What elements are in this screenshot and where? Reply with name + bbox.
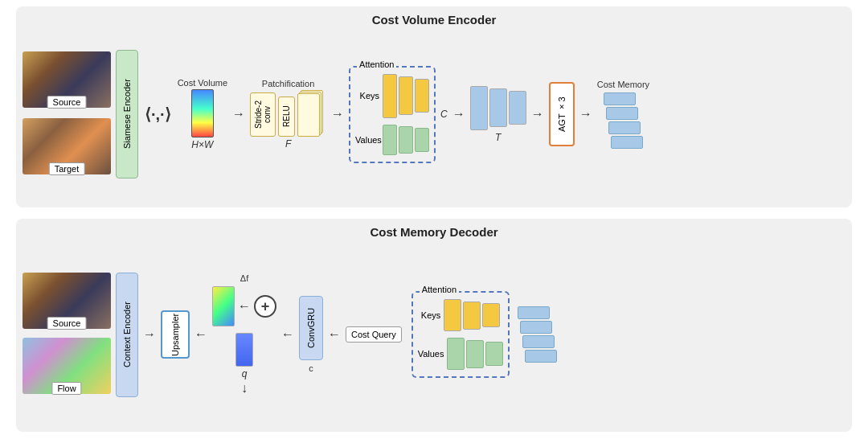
arrow-down-q: ↓ [241, 381, 248, 396]
source-label-top: Source [47, 96, 87, 109]
cost-memory-label: Cost Memory [597, 80, 649, 89]
top-section: Cost Volume Encoder Source Target Siames… [16, 6, 852, 207]
keys-feat-b3 [482, 303, 500, 327]
cost-query-area: Cost Query [346, 326, 402, 343]
arrow4: → [531, 107, 544, 121]
stride2-box: Stride-2 conv [250, 92, 276, 137]
t-label: T [495, 132, 501, 143]
arrow-b4: ← [328, 327, 341, 342]
values-feat2 [399, 126, 413, 154]
arrow-left-df: ← [238, 299, 251, 314]
q-label: q [242, 368, 248, 380]
c-area: C [440, 109, 448, 120]
delta-f-label: Δf [240, 273, 248, 283]
convgru-box: ConvGRU [299, 296, 323, 360]
cost-memory-stack-bot [518, 306, 557, 363]
patchification-area: Patchification Stride-2 conv RELU F [250, 79, 326, 150]
arrow2: → [331, 107, 344, 121]
bottom-section-title: Cost Memory Decoder [23, 225, 845, 239]
siamese-encoder-box: Siamese Encoder [116, 50, 138, 178]
agt-box: AGT ×3 [549, 82, 575, 146]
hw-label: H×W [191, 139, 213, 150]
keys-feat2 [399, 76, 413, 115]
bottom-section: Cost Memory Decoder Source Flow Context … [16, 219, 852, 432]
keys-label-bottom: Keys [421, 310, 440, 320]
relu-box: RELU [278, 96, 295, 137]
t-area: T [470, 86, 526, 143]
cost-memory-area: Cost Memory [597, 80, 649, 149]
t-feat3 [509, 91, 526, 125]
plus-circle: + [254, 295, 276, 318]
values-label-bottom: Values [418, 349, 444, 359]
keys-feat1 [383, 74, 397, 118]
values-feat-b1 [447, 338, 465, 370]
arrow3: → [452, 107, 465, 121]
keys-feat-b1 [444, 299, 461, 331]
keys-feat3 [415, 79, 429, 113]
values-feat-b3 [485, 342, 503, 366]
c-label-top: C [440, 109, 448, 120]
keys-label-top: Keys [355, 91, 379, 101]
t-feat1 [470, 86, 488, 130]
q-area: q ↓ [235, 333, 253, 396]
cost-query-box: Cost Query [346, 326, 402, 343]
values-feat1 [383, 125, 397, 155]
attention-label-bottom: Attention [420, 285, 459, 294]
correlation-symbol: ⟨·,·⟩ [143, 105, 173, 124]
f-label: F [285, 138, 291, 150]
attention-area-top: Attention Keys Values [349, 66, 436, 163]
source-label-bottom: Source [47, 317, 87, 330]
values-feat3 [415, 128, 429, 152]
arrow-b3: ← [281, 327, 294, 342]
arrow-b1: → [143, 327, 156, 342]
upsampler-area: Upsampler [161, 310, 190, 359]
arrow5: → [579, 107, 592, 121]
context-encoder-box: Context Encoder [116, 273, 138, 397]
convgru-area: ConvGRU c [299, 296, 323, 373]
cost-memory-stack [604, 92, 643, 149]
arrow1: → [232, 107, 245, 121]
q-feat [235, 333, 253, 367]
values-label-top: Values [355, 135, 379, 145]
patch-label: Patchification [262, 79, 314, 88]
flow-feat-bot [212, 286, 235, 326]
values-feat-b2 [466, 340, 484, 368]
cost-memory-bot-area [518, 306, 557, 363]
cost-volume-area: Cost Volume H×W [178, 78, 227, 150]
delta-area: Δf ← + q ↓ [212, 273, 276, 396]
cost-volume-block [191, 89, 214, 137]
target-label-top: Target [49, 162, 85, 175]
arrow-b2: ← [194, 327, 207, 342]
t-feat2 [489, 88, 507, 127]
cost-volume-label: Cost Volume [178, 78, 227, 88]
upsampler-box: Upsampler [161, 310, 190, 359]
attention-label-top: Attention [357, 59, 396, 69]
attention-area-bottom: Attention Keys Values [411, 291, 510, 378]
top-section-title: Cost Volume Encoder [23, 13, 845, 27]
keys-feat-b2 [463, 302, 481, 330]
flow-label-bottom: Flow [51, 382, 81, 395]
c-label-bot: c [309, 363, 313, 373]
